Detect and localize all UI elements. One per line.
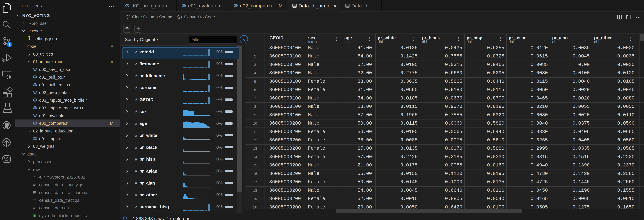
svg-text:R: R (34, 107, 36, 110)
svg-text:R: R (34, 122, 36, 125)
svg-text:R: R (34, 99, 36, 102)
svg-text:R: R (235, 5, 237, 8)
svg-text:R: R (34, 114, 36, 118)
svg-text:R: R (126, 5, 129, 8)
svg-text:R: R (183, 5, 185, 8)
svg-text:R: R (34, 84, 36, 87)
svg-text:R: R (34, 138, 36, 141)
svg-text:R: R (34, 76, 36, 79)
svg-text:R: R (34, 91, 36, 94)
svg-text:R: R (34, 68, 36, 71)
